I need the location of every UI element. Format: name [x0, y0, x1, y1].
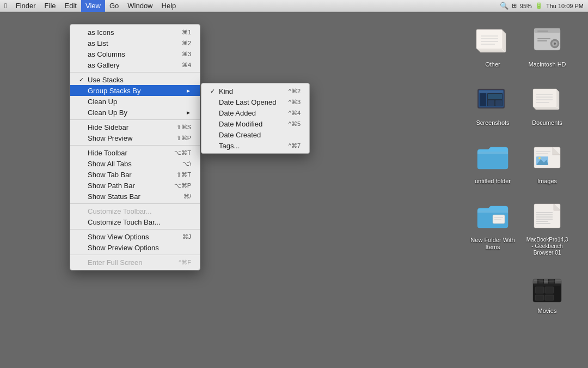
label-as-columns: as Columns	[88, 50, 182, 58]
menu-item-show-tab-bar[interactable]: Show Tab Bar ⇧⌘T	[70, 169, 200, 180]
submenu-item-date-added[interactable]: Date Added ^⌘4	[201, 107, 309, 118]
documents-icon-image	[528, 78, 567, 117]
new-folder-icon-label: New Folder With Items	[470, 237, 515, 251]
menu-item-customize-touch-bar[interactable]: Customize Touch Bar...	[70, 216, 200, 227]
clock: Thu 10:09 PM	[546, 3, 584, 9]
label-date-created: Date Created	[219, 131, 301, 139]
menubar-view[interactable]: View	[81, 0, 105, 12]
menubar-help[interactable]: Help	[157, 0, 181, 12]
menu-item-hide-toolbar[interactable]: Hide Toolbar ⌥⌘T	[70, 147, 200, 158]
label-hide-toolbar: Hide Toolbar	[88, 149, 174, 157]
label-clean-up-by: Clean Up By	[88, 108, 183, 117]
desktop-icon-macbookpro[interactable]: MacBookPro14,3 - Geekbench Browser 01	[523, 193, 572, 258]
check-kind: ✓	[210, 88, 218, 95]
images-icon-image	[528, 136, 567, 176]
menu-item-group-stacks-by[interactable]: Group Stacks By ► ✓ Kind ^⌘2 Date Last O…	[70, 85, 200, 96]
submenu-item-kind[interactable]: ✓ Kind ^⌘2	[201, 86, 309, 96]
shortcut-show-all-tabs: ⌥\	[182, 160, 191, 167]
separator-1	[70, 72, 200, 73]
svg-rect-37	[493, 215, 505, 224]
label-as-list: as List	[88, 39, 182, 47]
menu-item-clean-up[interactable]: Clean Up	[70, 96, 200, 107]
arrow-clean-up-by: ►	[186, 110, 191, 116]
separator-2	[70, 119, 200, 120]
shortcut-date-modified: ^⌘5	[289, 120, 301, 128]
label-as-icons: as Icons	[88, 28, 182, 37]
svg-rect-23	[495, 100, 502, 106]
menubar-window[interactable]: Window	[123, 0, 157, 12]
separator-6	[70, 255, 200, 255]
desktop-icon-other[interactable]: Other	[468, 17, 517, 70]
menu-item-show-preview-options[interactable]: Show Preview Options	[70, 242, 200, 253]
label-show-preview: Show Preview	[88, 134, 176, 142]
menu-item-as-columns[interactable]: as Columns ⌘3	[70, 49, 200, 59]
menu-item-as-gallery[interactable]: as Gallery ⌘4	[70, 59, 200, 70]
desktop-icon-untitled-folder[interactable]: untitled folder	[468, 134, 517, 187]
menu-item-show-path-bar[interactable]: Show Path Bar ⌥⌘P	[70, 180, 200, 191]
shortcut-as-columns: ⌘3	[182, 51, 191, 58]
menu-item-as-list[interactable]: as List ⌘2	[70, 38, 200, 49]
menubar-go[interactable]: Go	[105, 0, 123, 12]
menu-item-clean-up-by[interactable]: Clean Up By ►	[70, 107, 200, 118]
separator-4	[70, 203, 200, 204]
menu-item-show-view-options[interactable]: Show View Options ⌘J	[70, 231, 200, 242]
submenu-item-date-last-opened[interactable]: Date Last Opened ^⌘3	[201, 96, 309, 107]
submenu-item-date-modified[interactable]: Date Modified ^⌘5	[201, 118, 309, 129]
view-menu-dropdown: as Icons ⌘1 as List ⌘2 as Columns ⌘3 as …	[70, 24, 200, 270]
label-show-path-bar: Show Path Bar	[88, 182, 174, 190]
menubar-file[interactable]: File	[40, 0, 60, 12]
shortcut-date-last-opened: ^⌘3	[289, 99, 301, 106]
label-customize-toolbar: Customize Toolbar...	[88, 207, 191, 215]
new-folder-icon-image	[473, 195, 512, 234]
shortcut-show-view-options: ⌘J	[182, 233, 192, 240]
label-tags: Tags...	[219, 142, 289, 150]
movies-icon-label: Movies	[538, 307, 557, 315]
label-use-stacks: Use Stacks	[88, 76, 191, 84]
documents-icon-label: Documents	[532, 119, 562, 126]
images-icon-label: Images	[537, 178, 557, 185]
desktop-icon-screenshots[interactable]: Screenshots	[468, 76, 517, 129]
shortcut-as-gallery: ⌘4	[182, 62, 191, 69]
menu-item-hide-sidebar[interactable]: Hide Sidebar ⇧⌘S	[70, 122, 200, 132]
label-group-stacks: Group Stacks By	[88, 87, 183, 95]
shortcut-show-status-bar: ⌘/	[183, 193, 191, 200]
other-icon-label: Other	[485, 61, 500, 68]
desktop-icon-macintosh-hd[interactable]: Macintosh HD	[523, 17, 572, 70]
menubar-finder[interactable]: Finder	[11, 0, 40, 12]
label-clean-up: Clean Up	[88, 98, 191, 106]
desktop-icon-images[interactable]: Images	[523, 134, 572, 187]
menu-item-show-status-bar[interactable]: Show Status Bar ⌘/	[70, 191, 200, 202]
svg-rect-49	[533, 279, 537, 283]
submenu-item-tags[interactable]: Tags... ^⌘7	[201, 140, 309, 151]
desktop-icon-new-folder[interactable]: New Folder With Items	[468, 193, 517, 258]
label-show-view-options: Show View Options	[88, 233, 182, 241]
svg-rect-56	[535, 295, 544, 300]
screenshots-icon-image	[473, 78, 512, 117]
arrow-group-stacks: ►	[186, 88, 191, 94]
macbookpro-icon-label: MacBookPro14,3 - Geekbench Browser 01	[525, 237, 569, 256]
menubar-left:  Finder File Edit View Go Window Help	[0, 0, 500, 12]
group-stacks-submenu: ✓ Kind ^⌘2 Date Last Opened ^⌘3 Date Add…	[201, 83, 310, 154]
desktop-icon-documents[interactable]: Documents	[523, 76, 572, 129]
menu-item-as-icons[interactable]: as Icons ⌘1	[70, 27, 200, 38]
control-center-icon[interactable]: ⊞	[512, 2, 517, 9]
menu-item-show-preview[interactable]: Show Preview ⇧⌘P	[70, 132, 200, 143]
menu-item-show-all-tabs[interactable]: Show All Tabs ⌥\	[70, 158, 200, 169]
shortcut-date-added: ^⌘4	[289, 110, 301, 117]
menu-item-customize-toolbar[interactable]: Customize Toolbar...	[70, 206, 200, 216]
label-hide-sidebar: Hide Sidebar	[88, 123, 176, 131]
shortcut-as-list: ⌘2	[182, 40, 191, 47]
menubar-edit[interactable]: Edit	[60, 0, 81, 12]
submenu-item-date-created[interactable]: Date Created	[201, 129, 309, 140]
untitled-folder-icon-image	[473, 136, 512, 176]
screenshots-icon-label: Screenshots	[476, 119, 509, 126]
search-icon[interactable]: 🔍	[500, 2, 509, 10]
menu-item-use-stacks[interactable]: ✓ Use Stacks	[70, 74, 200, 85]
desktop-icon-movies[interactable]: Movies	[523, 264, 572, 317]
menu-item-enter-full-screen[interactable]: Enter Full Screen ^⌘F	[70, 257, 200, 268]
battery-icon: 🔋	[535, 2, 543, 9]
menubar:  Finder File Edit View Go Window Help 🔍…	[0, 0, 588, 12]
apple-menu[interactable]: 	[0, 0, 11, 12]
svg-rect-15	[537, 40, 547, 41]
svg-rect-19	[480, 93, 486, 106]
